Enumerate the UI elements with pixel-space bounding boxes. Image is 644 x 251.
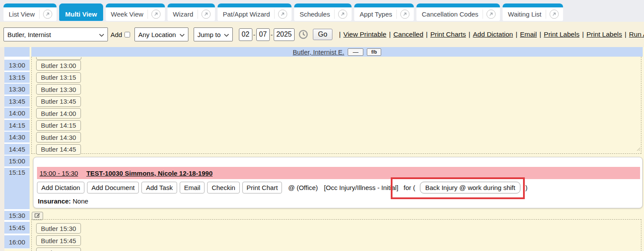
slot-button-13-45[interactable]: Butler 13:45	[36, 96, 81, 107]
slot-button-13-15[interactable]: Butler 13:15	[36, 72, 81, 83]
slot-button-partial[interactable]	[36, 57, 81, 60]
tab-label: Cancellation Codes	[422, 10, 483, 18]
provider-header-link[interactable]: Butler, Internist E.	[293, 48, 344, 56]
email-button[interactable]: Email	[180, 182, 205, 193]
slot-button-14-30[interactable]: Butler 14:30	[36, 132, 81, 142]
tab-cap	[294, 3, 352, 7]
popout-icon[interactable]	[198, 10, 214, 19]
tab-multi-view[interactable]: Multi View	[59, 3, 103, 21]
popout-icon[interactable]	[396, 10, 413, 19]
location-select[interactable]: Any Location	[134, 27, 188, 41]
link-run-all[interactable]: Run Al	[629, 31, 644, 38]
fb-button[interactable]: f/b	[367, 48, 381, 56]
link-cancelled[interactable]: Cancelled	[393, 31, 423, 38]
link-print-charts[interactable]: Print Charts	[430, 31, 466, 38]
tab-schedules[interactable]: Schedules	[294, 3, 352, 21]
tab-cap	[168, 3, 215, 7]
appointment-location-text: @ (Office)	[288, 184, 318, 191]
time-label-13-30: 13:30	[4, 84, 30, 95]
time-label-16-00: 16:00	[4, 235, 30, 248]
left-margin	[0, 47, 4, 251]
link-separator: |	[339, 31, 341, 38]
chevron-down-icon	[224, 31, 229, 38]
arrow-up-right-icon	[550, 10, 559, 19]
date-day-input[interactable]	[256, 28, 270, 41]
tab-appt-types[interactable]: Appt Types	[354, 3, 414, 21]
appointment-patient-link[interactable]: TEST-10030 Simmons, Nicole 12-18-1990	[86, 170, 212, 177]
popout-icon[interactable]	[148, 10, 164, 19]
tab-label: Waiting List	[508, 10, 546, 18]
open-slot-zone-top	[31, 57, 641, 154]
add-checkbox[interactable]	[124, 31, 130, 38]
time-label-15-00: 15:00	[4, 156, 30, 166]
time-label-13-00: 13:00	[4, 60, 30, 71]
appointment-reason-box[interactable]: Back Injury @ work during shift	[420, 182, 520, 193]
tab-cap	[59, 3, 103, 7]
pencil-icon	[34, 212, 40, 220]
tab-body: Cancellation Codes	[416, 7, 500, 21]
print-chart-button[interactable]: Print Chart	[242, 182, 282, 193]
popout-icon[interactable]	[546, 10, 562, 19]
tab-cap	[106, 3, 165, 7]
tab-body: Pat/Appt Wizard	[218, 7, 292, 21]
appointment-type-text: [Occ Injury/Illness - Initial]	[324, 184, 399, 191]
popout-icon[interactable]	[334, 10, 351, 19]
resize-corner-icon[interactable]	[637, 145, 641, 153]
appointment-time-link[interactable]: 15:00 - 15:30	[40, 170, 78, 177]
tab-list-view[interactable]: List View	[3, 3, 57, 21]
slot-button-14-15[interactable]: Butler 14:15	[36, 120, 81, 131]
time-label-15-45: 15:45	[4, 222, 30, 234]
tab-cap	[416, 3, 500, 7]
slot-button-15-45[interactable]: Butler 15:45	[36, 235, 81, 246]
slot-button-13-00[interactable]: Butler 13:00	[36, 60, 81, 71]
add-task-button[interactable]: Add Task	[141, 182, 177, 193]
reason-suffix-text: )	[525, 184, 527, 191]
jump-to-select[interactable]: Jump to	[194, 27, 233, 41]
date-year-input[interactable]	[274, 28, 295, 41]
link-print-labels-2[interactable]: Print Labels	[587, 31, 622, 38]
tab-label: Pat/Appt Wizard	[223, 10, 274, 18]
collapse-column-button[interactable]: —	[348, 48, 363, 56]
slot-button-14-45[interactable]: Butler 14:45	[36, 144, 81, 155]
time-label-14-00: 14:00	[4, 108, 30, 119]
tab-pat-appt-wizard[interactable]: Pat/Appt Wizard	[218, 3, 292, 21]
toolbar-links: | View Printable | Cancelled | Print Cha…	[336, 31, 644, 38]
go-button[interactable]: Go	[313, 29, 332, 40]
slot-button-16-00[interactable]: Butler 16:00	[36, 248, 81, 251]
arrow-up-right-icon	[486, 10, 496, 19]
tab-cap	[218, 3, 292, 7]
date-separator: -	[271, 31, 273, 38]
insurance-label: Insurance:	[38, 197, 71, 205]
provider-select[interactable]: Butler, Internist	[3, 27, 108, 41]
tab-cancellation-codes[interactable]: Cancellation Codes	[416, 3, 500, 21]
time-label-15-30: 15:30	[4, 211, 30, 220]
slot-button-15-30[interactable]: Butler 15:30	[36, 223, 81, 234]
link-print-labels[interactable]: Print Labels	[544, 31, 580, 38]
link-email[interactable]: Email	[520, 31, 537, 38]
tab-waiting-list[interactable]: Waiting List	[503, 3, 563, 21]
tab-wizard[interactable]: Wizard	[168, 3, 215, 21]
popout-icon[interactable]	[483, 10, 499, 19]
popout-icon[interactable]	[274, 10, 291, 19]
slot-button-13-30[interactable]: Butler 13:30	[36, 84, 81, 95]
tab-week-view[interactable]: Week View	[106, 3, 165, 21]
jump-to-select-value: Jump to	[198, 31, 221, 38]
clock-icon[interactable]	[298, 29, 309, 40]
date-separator: -	[253, 31, 255, 38]
link-separator: |	[516, 31, 517, 38]
appointment-card: 15:00 - 15:30 TEST-10030 Simmons, Nicole…	[33, 157, 643, 208]
link-separator: |	[426, 31, 428, 38]
slot-button-14-00[interactable]: Butler 14:00	[36, 108, 81, 119]
tab-cap	[503, 3, 563, 7]
time-label-14-30: 14:30	[4, 132, 30, 142]
link-separator: |	[389, 31, 391, 38]
add-document-button[interactable]: Add Document	[87, 182, 139, 193]
link-view-printable[interactable]: View Printable	[343, 31, 386, 38]
checkin-button[interactable]: Checkin	[207, 182, 239, 193]
link-add-dictation[interactable]: Add Dictation	[473, 31, 513, 38]
popout-icon[interactable]	[39, 10, 56, 19]
toolbar: Butler, Internist Add Any Location Jump …	[0, 22, 644, 47]
add-dictation-button[interactable]: Add Dictation	[37, 182, 84, 193]
tab-label: List View	[9, 10, 39, 18]
date-month-input[interactable]	[239, 28, 252, 41]
